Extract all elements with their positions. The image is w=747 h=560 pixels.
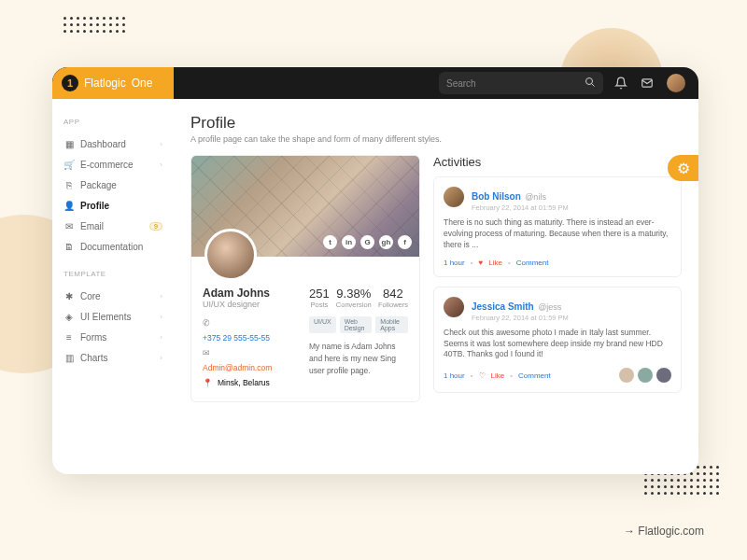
stat-label: Posts (309, 301, 330, 309)
user-icon: 👤 (63, 200, 75, 211)
email-badge: 9 (149, 222, 162, 231)
sidebar-item-ui[interactable]: ◈UI Elements› (62, 306, 164, 327)
sidebar: APP ▦Dashboard› 🛒E-commerce› ⎘Package 👤P… (52, 99, 174, 474)
settings-tab[interactable]: ⚙ (668, 155, 698, 181)
sidebar-label: Forms (80, 332, 106, 343)
sidebar-label: Email (80, 221, 104, 231)
page-subtitle: A profile page can take the shape and fo… (190, 134, 682, 144)
chevron-right-icon: › (160, 313, 162, 321)
sidebar-section-template: TEMPLATE (63, 270, 164, 278)
profile-bio: My name is Adam Johns and here is my new… (309, 341, 408, 376)
sidebar-label: Core (80, 291, 101, 301)
topbar-actions (614, 74, 698, 92)
profile-card: t in G gh f Adam Johns UI/UX designer ✆ (190, 155, 420, 402)
stat-followers: 842 (378, 287, 408, 301)
sidebar-item-charts[interactable]: ▥Charts› (62, 347, 164, 368)
stat-label: Followers (378, 301, 408, 309)
profile-email[interactable]: Admin@admin.com (203, 363, 300, 372)
chevron-right-icon: › (160, 333, 162, 342)
brand-suffix: One (132, 77, 153, 90)
chevron-right-icon: › (160, 292, 162, 301)
search-input[interactable] (446, 78, 577, 89)
phone-icon: ✆ (203, 318, 212, 328)
chevron-right-icon: › (160, 140, 162, 148)
activity-date: February 22, 2014 at 01:59 PM (472, 314, 569, 322)
brand-name: Flatlogic (84, 77, 126, 90)
chevron-right-icon: › (160, 354, 162, 362)
activity-text: There is no such thing as maturity. Ther… (444, 217, 671, 251)
like-link[interactable]: Like (491, 371, 505, 380)
comment-link[interactable]: Comment (516, 259, 549, 267)
activity-thumbs (619, 368, 671, 383)
footer-link[interactable]: → Flatlogic.com (624, 525, 704, 538)
tag[interactable]: Mobile Apps (375, 316, 408, 333)
app-window: 1 Flatlogic One APP ▦Dashboard› 🛒E-comme… (52, 67, 698, 474)
envelope-icon: ✉ (63, 220, 75, 231)
profile-role: UI/UX designer (203, 300, 300, 309)
stat-conversion: 9.38% (336, 287, 372, 301)
tag[interactable]: UI/UX (309, 316, 336, 333)
chevron-right-icon: › (160, 161, 162, 169)
brand[interactable]: 1 Flatlogic One (52, 67, 174, 99)
sidebar-item-package[interactable]: ⎘Package (62, 175, 164, 195)
sidebar-item-core[interactable]: ✱Core› (62, 286, 164, 306)
activity-time: 1 hour (444, 371, 465, 380)
like-link[interactable]: Like (488, 259, 502, 267)
atom-icon: ✱ (63, 290, 75, 301)
activities-title: Activities (433, 155, 682, 169)
sidebar-label: Documentation (80, 242, 143, 252)
activity-avatar[interactable] (444, 187, 464, 207)
activity-user[interactable]: Bob Nilson (472, 191, 521, 202)
footer-text: Flatlogic.com (638, 525, 704, 538)
chart-icon: ▥ (63, 352, 75, 363)
github-icon[interactable]: gh (379, 235, 393, 249)
sidebar-item-docs[interactable]: 🗎Documentation (62, 236, 164, 257)
heart-icon[interactable]: ♥ (479, 259, 484, 267)
topbar: 1 Flatlogic One (52, 67, 698, 99)
twitter-icon[interactable]: t (323, 235, 337, 249)
bell-icon[interactable] (614, 77, 627, 90)
brand-badge: 1 (62, 75, 78, 91)
grid-icon: ▦ (63, 138, 75, 149)
user-avatar[interactable] (667, 74, 685, 92)
sidebar-item-email[interactable]: ✉Email9 (62, 216, 164, 236)
profile-avatar[interactable] (204, 229, 257, 281)
form-icon: ≡ (63, 331, 75, 343)
sidebar-label: Charts (80, 353, 107, 363)
thumb-avatar[interactable] (656, 368, 671, 383)
stat-label: Conversion (336, 301, 372, 309)
cart-icon: 🛒 (63, 159, 75, 170)
linkedin-icon[interactable]: in (342, 235, 356, 249)
activity-user[interactable]: Jessica Smith (472, 301, 534, 312)
social-links: t in G gh f (323, 235, 412, 249)
sidebar-label: Dashboard (80, 139, 126, 149)
thumb-avatar[interactable] (638, 368, 653, 383)
doc-icon: 🗎 (63, 241, 75, 252)
tag[interactable]: Web Design (340, 316, 373, 333)
profile-name: Adam Johns (203, 287, 300, 300)
comment-link[interactable]: Comment (518, 371, 551, 380)
page-title: Profile (190, 114, 682, 133)
sidebar-label: UI Elements (80, 312, 131, 322)
pin-icon: 📍 (203, 378, 212, 387)
google-icon[interactable]: G (360, 235, 374, 249)
activity-item: Bob Nilson @nils February 22, 2014 at 01… (433, 176, 682, 277)
activity-avatar[interactable] (444, 297, 464, 317)
profile-location: Minsk, Belarus (218, 378, 270, 387)
facebook-icon[interactable]: f (398, 235, 412, 249)
activity-date: February 22, 2014 at 01:59 PM (472, 203, 569, 212)
sidebar-label: Package (80, 180, 117, 190)
thumb-avatar[interactable] (619, 368, 634, 383)
profile-phone[interactable]: +375 29 555-55-55 (203, 333, 300, 343)
sidebar-item-ecommerce[interactable]: 🛒E-commerce› (62, 154, 164, 175)
search-icon[interactable] (585, 75, 596, 91)
heart-icon[interactable]: ♡ (479, 371, 486, 380)
activity-handle: @jess (538, 302, 561, 312)
sidebar-item-profile[interactable]: 👤Profile (62, 195, 164, 216)
search-box[interactable] (439, 72, 603, 94)
activities-panel: Activities Bob Nilson @nils February 22,… (433, 155, 682, 402)
sidebar-item-forms[interactable]: ≡Forms› (62, 327, 164, 347)
activity-item: Jessica Smith @jess February 22, 2014 at… (433, 287, 682, 394)
sidebar-item-dashboard[interactable]: ▦Dashboard› (62, 133, 164, 154)
mail-icon[interactable] (641, 77, 654, 90)
